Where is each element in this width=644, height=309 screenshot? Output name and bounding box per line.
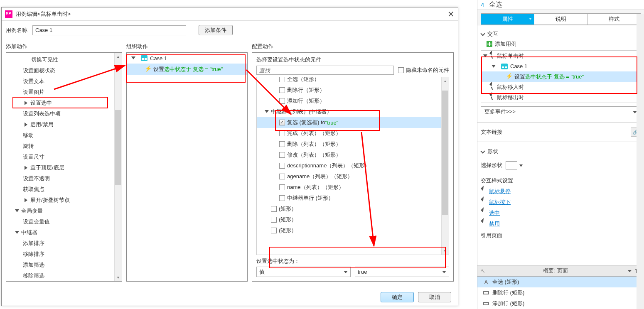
text-link-label: 文本链接	[481, 128, 502, 136]
style-selected[interactable]: 选中	[489, 209, 500, 217]
cursor-icon	[481, 210, 487, 216]
action-toggle-vis[interactable]: 切换可见性	[6, 54, 122, 65]
select-shape-label: 选择形状	[481, 162, 502, 169]
cfg-search-input[interactable]	[256, 66, 394, 75]
ev-case[interactable]: Case 1	[481, 61, 640, 71]
dialog-title: 用例编辑<鼠标单击时>	[16, 10, 71, 18]
collapse-icon[interactable]: ↖	[481, 268, 485, 274]
event-tree: 鼠标单击时 Case 1 设置 选中状态于 复选 = "true" 鼠标移入时 …	[481, 50, 641, 103]
ref-page-label: 引用页面	[481, 232, 641, 239]
case-name-label: 用例名称	[6, 27, 27, 34]
more-events-combo[interactable]: 更多事件>>>	[481, 106, 641, 117]
action-rm-filter[interactable]: 移除筛选	[6, 270, 122, 281]
rect-icon	[483, 302, 489, 305]
case-name-input[interactable]	[32, 25, 186, 35]
ev-out[interactable]: 鼠标移出时	[481, 92, 640, 103]
bolt-icon	[506, 74, 512, 80]
cfg-action-pane: 选择要设置选中状态的元件 隐藏未命名的元件 全选（矩形） 删除行（矩形） 添加行…	[252, 52, 454, 282]
action-set-list-sel[interactable]: 设置列表选中项	[6, 108, 122, 119]
cursor-icon	[489, 53, 494, 59]
action-add-sort[interactable]: 添加排序	[6, 238, 122, 249]
action-set-var[interactable]: 设置变量值	[6, 216, 122, 227]
style-down[interactable]: 鼠标按下	[489, 199, 511, 206]
style-disabled[interactable]: 禁用	[489, 220, 500, 228]
cfg-action-header: 配置动作	[252, 43, 454, 50]
add-action-pane: 切换可见性 设置面板状态 设置文本 设置图片 设置选中 设置列表选中项 启用/禁…	[6, 52, 122, 282]
action-add-filter[interactable]: 添加筛选	[6, 260, 122, 270]
ol-row-3[interactable]: 添加行 (矩形)	[477, 298, 644, 309]
hide-unnamed-check[interactable]: 隐藏未命名的元件	[398, 66, 449, 74]
ol-row-2[interactable]: 删除行 (矩形)	[477, 287, 644, 298]
scrollbar[interactable]	[637, 14, 644, 309]
action-move[interactable]: 移动	[6, 130, 122, 141]
style-hover[interactable]: 鼠标悬停	[489, 188, 511, 195]
group-global[interactable]: 全局变量	[6, 206, 122, 216]
cursor-icon	[489, 95, 494, 101]
ev-click[interactable]: 鼠标单击时	[481, 51, 640, 61]
action-set-text[interactable]: 设置文本	[6, 76, 122, 87]
state-value-combo[interactable]: true	[355, 267, 449, 277]
filter-icon[interactable]: ⏷	[626, 267, 633, 275]
action-set-image[interactable]: 设置图片	[6, 87, 122, 98]
group-repeater[interactable]: 中继器	[6, 227, 122, 238]
add-case-link[interactable]: 添加用例	[487, 40, 641, 48]
tab-description[interactable]: 说明	[534, 14, 587, 25]
action-set-panel[interactable]: 设置面板状态	[6, 65, 122, 76]
cancel-button[interactable]: 取消	[418, 292, 451, 302]
cursor-icon	[489, 84, 494, 90]
add-condition-button[interactable]: 添加条件	[199, 25, 233, 35]
ol-row-1[interactable]: A全选 (矩形)	[477, 277, 644, 287]
outline-list: A全选 (矩形) 删除行 (矩形) 添加行 (矩形)	[477, 277, 644, 309]
action-front-back[interactable]: 置于顶层/底层	[6, 162, 122, 173]
section-shape[interactable]: 形状	[481, 147, 641, 156]
org-action-pane: Case 1 设置 选中状态于 复选 = "true"	[126, 52, 248, 282]
action-rotate[interactable]: 旋转	[6, 141, 122, 152]
action-tree-node[interactable]: 展开/折叠树节点	[6, 195, 122, 206]
element-list: 全选（矩形） 删除行（矩形） 添加行（矩形） 中继器（列表）(中继器） 复选 (…	[256, 77, 449, 255]
rect-icon	[483, 291, 489, 294]
org-case[interactable]: Case 1	[127, 53, 247, 64]
ev-action[interactable]: 设置 选中状态于 复选 = "true"	[481, 71, 640, 82]
action-rm-sort[interactable]: 移除排序	[6, 249, 122, 260]
cfg-label: 选择要设置选中状态的元件	[252, 53, 453, 64]
cfg-row-selected[interactable]: 复选 (复选框) to "true"	[257, 117, 449, 128]
rp-logo-icon	[5, 10, 12, 18]
case-icon	[501, 64, 508, 69]
outline-title: 概要: 页面	[485, 267, 626, 275]
bolt-icon	[145, 66, 151, 72]
scrollbar[interactable]: ▴ ▾	[441, 77, 449, 255]
action-focus[interactable]: 获取焦点	[6, 184, 122, 195]
org-action-header: 组织动作	[126, 43, 248, 50]
plus-icon	[487, 41, 492, 47]
close-icon[interactable]: ✕	[447, 9, 455, 19]
element-index: 4	[481, 1, 484, 8]
action-enable[interactable]: 启用/禁用	[6, 119, 122, 130]
state-type-combo[interactable]: 值	[256, 267, 351, 277]
action-size[interactable]: 设置尺寸	[6, 152, 122, 162]
case-editor-dialog: 用例编辑<鼠标单击时> ✕ 用例名称 添加条件 添加动作 切换可见性 设置面板状…	[1, 7, 458, 306]
ok-button[interactable]: 确定	[381, 292, 414, 302]
add-action-header: 添加动作	[6, 43, 122, 50]
shape-combo[interactable]	[506, 161, 517, 169]
tab-style[interactable]: 样式	[587, 14, 640, 25]
case-icon	[141, 55, 147, 61]
inspector-panel: 4 全选 属性 说明 样式 交互 添加用例 鼠标单击时 Case 1 设置 选中…	[477, 0, 644, 309]
cursor-icon	[481, 221, 487, 227]
style-set-label: 交互样式设置	[481, 177, 641, 184]
tab-attributes[interactable]: 属性	[481, 14, 534, 25]
cursor-icon	[481, 189, 487, 194]
cursor-icon	[481, 199, 487, 205]
element-name: 全选	[489, 0, 502, 9]
section-interact[interactable]: 交互	[481, 29, 641, 39]
action-opacity[interactable]: 设置不透明	[6, 173, 122, 184]
set-state-label: 设置选中状态为：	[256, 258, 449, 265]
scrollbar[interactable]: ▴ ▾	[114, 53, 122, 281]
org-action-row[interactable]: 设置 选中状态于 复选 = "true"	[127, 64, 247, 75]
ev-hover[interactable]: 鼠标移入时	[481, 82, 640, 92]
action-set-selected[interactable]: 设置选中	[6, 98, 122, 108]
